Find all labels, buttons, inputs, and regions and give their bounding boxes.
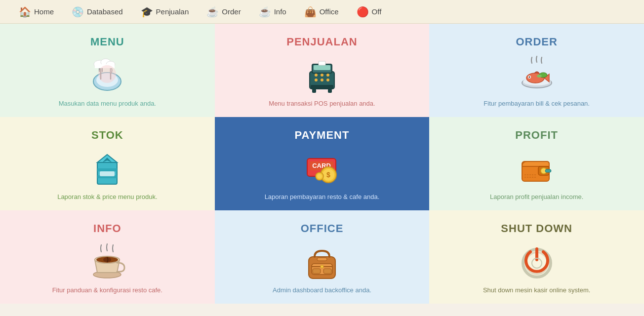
- nav-order[interactable]: ☕ Order: [198, 0, 249, 24]
- order-icon: ☕: [206, 6, 219, 18]
- svg-rect-22: [319, 61, 325, 65]
- svg-point-17: [326, 74, 329, 77]
- svg-rect-21: [311, 85, 333, 89]
- nav-off[interactable]: 🔴 Off: [348, 0, 391, 24]
- nav-info-label: Info: [274, 7, 286, 16]
- penjualan-icon: [300, 54, 344, 94]
- svg-point-19: [321, 79, 323, 81]
- card-profit[interactable]: PROFIT Laporan profit penjualan income.: [429, 117, 644, 210]
- profit-icon: [515, 148, 559, 187]
- card-office[interactable]: OFFICE Admin dashbo: [215, 210, 430, 304]
- shutdown-icon: [515, 241, 559, 280]
- nav-penjualan-label: Penjualan: [156, 7, 189, 16]
- svg-point-18: [315, 79, 318, 81]
- nav-home[interactable]: 🏠 Home: [10, 0, 63, 24]
- nav-home-label: Home: [34, 7, 54, 16]
- card-profit-title: PROFIT: [515, 129, 558, 142]
- order-icon: [515, 54, 559, 94]
- nav-off-label: Off: [372, 7, 382, 16]
- card-stok[interactable]: STOK Laporan stok & price menu produk.: [0, 117, 215, 210]
- card-shutdown-desc: Shut down mesin kasir online system.: [483, 286, 590, 294]
- card-shutdown[interactable]: SHUT DOWN Shut down mesin kasir online s…: [429, 210, 644, 304]
- svg-rect-62: [323, 269, 331, 274]
- card-stok-desc: Laporan stok & price menu produk.: [57, 193, 157, 200]
- card-penjualan-desc: Menu transaksi POS penjualan anda.: [269, 100, 375, 107]
- svg-text:$: $: [326, 171, 330, 179]
- home-icon: 🏠: [19, 6, 31, 18]
- svg-rect-61: [313, 269, 321, 274]
- nav-penjualan[interactable]: 🎓 Penjualan: [132, 0, 198, 24]
- card-payment[interactable]: PAYMENT CARD $ Laporan pembayaran resto …: [215, 117, 430, 210]
- svg-rect-37: [100, 171, 115, 176]
- svg-rect-35: [97, 168, 117, 171]
- card-payment-desc: Laporan pembayaran resto & cafe anda.: [265, 193, 380, 200]
- card-menu-title: MENU: [90, 36, 124, 48]
- svg-rect-60: [317, 258, 327, 261]
- card-menu-desc: Masukan data menu produk anda.: [59, 100, 156, 107]
- svg-rect-24: [328, 89, 332, 93]
- card-office-desc: Admin dashboard backoffice anda.: [273, 286, 371, 294]
- info-card-icon: [85, 241, 129, 280]
- navbar: 🏠 Home 💿 Databased 🎓 Penjualan ☕ Order ☕…: [0, 0, 644, 24]
- svg-point-16: [321, 74, 323, 77]
- card-penjualan[interactable]: PENJUALAN: [215, 24, 430, 117]
- svg-point-45: [317, 174, 322, 179]
- svg-point-29: [528, 77, 530, 78]
- off-icon: 🔴: [357, 6, 369, 18]
- card-office-title: OFFICE: [301, 222, 344, 235]
- office-card-icon: [300, 241, 344, 280]
- nav-office[interactable]: 👜 Office: [295, 0, 348, 24]
- stok-icon: [85, 148, 129, 187]
- card-order[interactable]: ORDER: [429, 24, 644, 117]
- databased-icon: 💿: [72, 6, 84, 18]
- svg-point-20: [326, 79, 329, 81]
- card-info[interactable]: INFO Fitur: [0, 210, 215, 304]
- card-order-title: ORDER: [516, 36, 557, 48]
- nav-databased[interactable]: 💿 Databased: [63, 0, 132, 24]
- card-penjualan-title: PENJUALAN: [286, 36, 357, 48]
- svg-rect-14: [314, 65, 330, 70]
- card-menu[interactable]: MENU Masuk: [0, 24, 215, 117]
- card-info-title: INFO: [93, 222, 121, 235]
- card-info-desc: Fitur panduan & konfigurasi resto cafe.: [52, 286, 162, 294]
- nav-databased-label: Databased: [87, 7, 123, 16]
- card-stok-title: STOK: [91, 129, 123, 142]
- svg-rect-51: [545, 169, 551, 172]
- info-icon: ☕: [259, 6, 271, 18]
- svg-point-11: [98, 65, 116, 83]
- menu-icon: [85, 54, 129, 94]
- nav-order-label: Order: [222, 7, 241, 16]
- main-grid: MENU Masuk: [0, 24, 644, 304]
- card-shutdown-title: SHUT DOWN: [501, 222, 572, 235]
- svg-point-59: [321, 265, 323, 268]
- penjualan-icon: 🎓: [141, 6, 153, 18]
- nav-info[interactable]: ☕ Info: [250, 0, 295, 24]
- card-profit-desc: Laporan profit penjualan income.: [490, 193, 583, 200]
- office-icon: 👜: [304, 6, 317, 18]
- payment-icon: CARD $: [300, 148, 344, 187]
- svg-point-15: [315, 74, 318, 77]
- svg-rect-23: [312, 89, 316, 93]
- card-payment-title: PAYMENT: [295, 129, 350, 142]
- card-order-desc: Fitur pembayaran bill & cek pesanan.: [483, 100, 590, 107]
- nav-office-label: Office: [320, 7, 339, 16]
- svg-point-31: [537, 75, 542, 78]
